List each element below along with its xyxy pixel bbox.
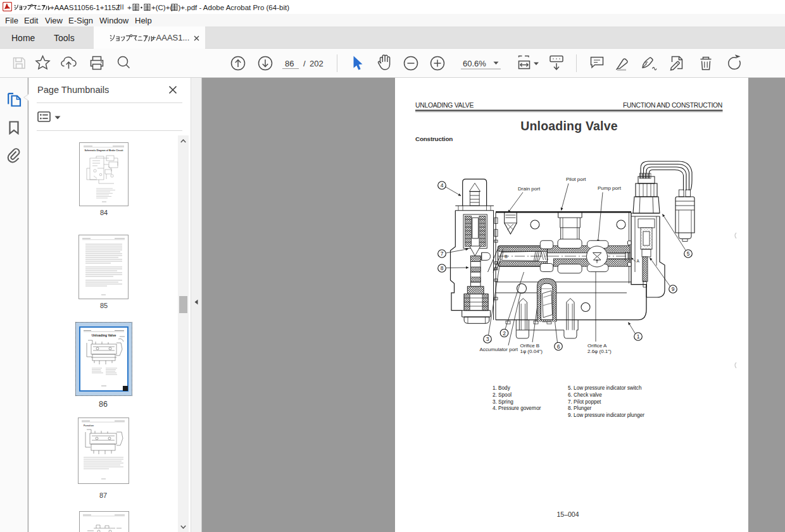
svg-text:202: 202: [310, 59, 323, 68]
svg-text:Pump port: Pump port: [598, 185, 622, 191]
svg-text:+: +: [127, 4, 132, 11]
svg-text:UNLOADING VALVE: UNLOADING VALVE: [415, 102, 474, 109]
svg-text:2.6φ (0.1”): 2.6φ (0.1”): [587, 349, 612, 354]
svg-text:7: 7: [441, 251, 444, 257]
svg-text:15–004: 15–004: [556, 510, 579, 518]
svg-text:1. Body: 1. Body: [493, 385, 511, 391]
svg-text:60.6%: 60.6%: [463, 59, 486, 68]
svg-text:9: 9: [672, 286, 675, 292]
svg-text:5: 5: [687, 251, 690, 257]
svg-text:Unloading Valve: Unloading Valve: [520, 119, 618, 133]
svg-text:Function: Function: [84, 424, 94, 427]
svg-text:III: III: [118, 4, 124, 11]
svg-text:A: A: [637, 259, 640, 263]
svg-text:5. Low pressure indicator swi: 5. Low pressure indicator switch: [568, 385, 642, 391]
svg-text:3: 3: [486, 336, 489, 342]
svg-text:3. Spring: 3. Spring: [493, 399, 513, 405]
svg-text:Orifice B: Orifice B: [520, 343, 540, 349]
svg-text:8. Plunger: 8. Plunger: [568, 405, 592, 411]
svg-text:9. Low pressure indicator plu: 9. Low pressure indicator plunger: [568, 412, 644, 418]
svg-text:86: 86: [285, 59, 294, 68]
svg-text:8: 8: [441, 265, 444, 271]
svg-text:Accumulator port: Accumulator port: [480, 347, 518, 352]
svg-text:1φ (0.04”): 1φ (0.04”): [520, 349, 543, 354]
svg-text:+AAAS1...: +AAAS1...: [151, 33, 189, 42]
svg-text:4: 4: [441, 182, 444, 189]
svg-text:1: 1: [637, 333, 640, 340]
svg-text:Construction: Construction: [415, 135, 453, 142]
svg-text:6: 6: [557, 343, 560, 350]
svg-text:Drain port: Drain port: [518, 186, 541, 192]
svg-text:2. Spool: 2. Spool: [493, 392, 512, 398]
svg-text:+(C)+(: +(C)+(: [151, 4, 172, 11]
svg-text:/: /: [303, 59, 306, 68]
svg-text:Pilot port: Pilot port: [566, 176, 586, 182]
svg-text:2: 2: [503, 330, 506, 337]
svg-text:Schematic Diagram of Brake Cir: Schematic Diagram of Brake Circuit: [84, 149, 123, 152]
svg-text:4. Pressure governor: 4. Pressure governor: [493, 405, 541, 411]
svg-text:)+.pdf - Adobe Acrobat Pro (64: )+.pdf - Adobe Acrobat Pro (64-bit): [179, 4, 290, 11]
svg-text:FUNCTION AND CONSTRUCTION: FUNCTION AND CONSTRUCTION: [623, 102, 722, 109]
svg-text:Orifice A: Orifice A: [587, 343, 607, 349]
svg-text:B: B: [505, 254, 508, 259]
svg-text:6. Check valve: 6. Check valve: [568, 392, 602, 398]
svg-text:7. Pilot poppet: 7. Pilot poppet: [568, 399, 601, 405]
svg-text:Unloading Valve: Unloading Valve: [92, 333, 116, 337]
svg-text:+AAAS11056-1+115Z: +AAAS11056-1+115Z: [50, 4, 120, 11]
